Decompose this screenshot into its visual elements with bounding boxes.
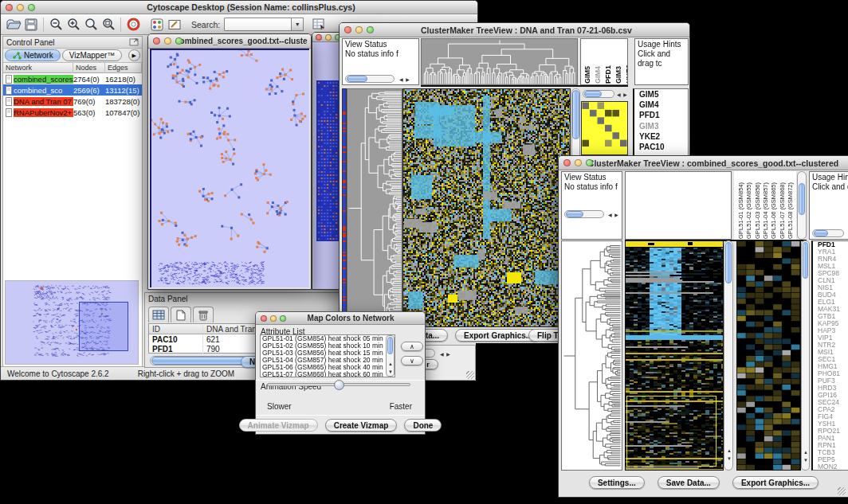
zoom-window-icon[interactable]	[586, 159, 593, 166]
tv1-gene-label[interactable]: YKE2	[637, 131, 688, 142]
attribute-browser-icon[interactable]	[310, 16, 328, 33]
tv1-row-dendrogram[interactable]	[347, 88, 402, 327]
attribute-item[interactable]: GPL51-07 (GSM868) heat shock 60 min	[261, 371, 395, 377]
tv2-column-label[interactable]: GPL51-06 (GSM865)	[770, 182, 777, 239]
tv1-column-label[interactable]: GIM4	[594, 66, 602, 84]
attribute-list-vscrollbar[interactable]: ▲ ▼	[386, 335, 395, 377]
delete-attribute-tab-icon[interactable]	[193, 307, 214, 322]
save-session-button[interactable]	[22, 16, 40, 33]
new-attribute-tab-icon[interactable]	[171, 307, 191, 322]
tv2-labels-vscroll-thumb[interactable]	[799, 183, 805, 215]
tv2-row-dendrogram[interactable]	[561, 240, 622, 471]
zoom-fit-button[interactable]	[100, 16, 117, 33]
tab-overflow-button[interactable]: ▶	[128, 49, 140, 61]
tv1-column-label[interactable]: YKE2	[625, 64, 628, 84]
overview-viewport-rect[interactable]	[79, 302, 128, 351]
open-session-button[interactable]	[5, 16, 22, 33]
scroll-arrows[interactable]: ◀ ▶	[617, 92, 628, 97]
tv1-column-label[interactable]: GIM3	[614, 66, 622, 84]
tv2-zoom-vscroll-thumb[interactable]	[803, 242, 808, 279]
tv2-status-hscroll-thumb[interactable]	[566, 211, 583, 217]
tv1-gene-label[interactable]: PAC10	[637, 142, 688, 152]
tv1-status-hscroll-thumb[interactable]	[347, 76, 367, 82]
tv2-column-label[interactable]: GPL51-01 (GSM854)	[737, 182, 744, 239]
vizmapper-shortcut-icon[interactable]	[148, 16, 166, 33]
close-icon[interactable]	[344, 26, 351, 33]
tv2-hints-hscrollbar[interactable]	[812, 229, 844, 237]
tv1-zoom-hscroll-thumb[interactable]	[584, 91, 602, 97]
tv2-zoom-vscrollbar[interactable]: ▲ ▼	[801, 240, 810, 471]
minimize-icon[interactable]	[17, 4, 24, 11]
zoom-window-icon[interactable]	[175, 37, 183, 45]
tv2-save-data-button[interactable]: Save Data...	[658, 476, 720, 489]
zoom-in-button[interactable]	[65, 16, 82, 33]
tv1-gene-label[interactable]: PFD1	[637, 110, 688, 120]
scroll-arrows[interactable]: ◀ ▶	[440, 351, 451, 357]
tv2-column-dendrogram[interactable]	[625, 171, 732, 240]
move-up-button[interactable]: ∧	[401, 342, 423, 351]
tab-network[interactable]: Network	[5, 49, 61, 61]
col-id[interactable]: ID	[149, 325, 203, 334]
minimize-icon[interactable]	[355, 26, 363, 33]
close-icon[interactable]	[6, 4, 13, 11]
treeview1-titlebar[interactable]: ClusterMaker TreeView : DNA and Tran 07-…	[340, 23, 689, 37]
minimize-icon[interactable]	[325, 34, 332, 41]
tv2-settings-button[interactable]: Settings...	[589, 476, 645, 489]
node-attribute-tab-icon[interactable]	[148, 307, 169, 322]
help-button[interactable]	[124, 16, 142, 33]
close-icon[interactable]	[261, 315, 267, 322]
tv2-export-graphics-button[interactable]: Export Graphics...	[732, 476, 819, 489]
col-network[interactable]: Network	[3, 63, 73, 73]
scroll-arrows[interactable]: ▲ ▼	[803, 450, 808, 463]
scroll-arrows[interactable]: ◀ ▶	[399, 76, 410, 82]
scroll-arrows[interactable]: ▲ ▼	[727, 448, 732, 462]
network-table-row[interactable]: RNAPuberNov2+ 563(0) 107847(0)	[3, 107, 142, 118]
attribute-list-vscroll-thumb[interactable]	[387, 337, 393, 354]
annotation-icon[interactable]	[166, 16, 183, 33]
tab-vizmapper[interactable]: VizMapper™	[62, 49, 123, 61]
treeview2-titlebar[interactable]: ClusterMaker TreeView : combined_scores_…	[559, 156, 848, 170]
close-icon[interactable]	[153, 37, 160, 45]
dialog-titlebar[interactable]: Map Colors to Network	[256, 312, 425, 325]
search-dropdown-button[interactable]: ▼	[291, 18, 304, 31]
tv1-gene-label[interactable]: GIM5	[637, 89, 688, 100]
close-icon[interactable]	[563, 159, 571, 166]
zoom-window-icon[interactable]	[367, 26, 374, 33]
network-table-row[interactable]: DNA and Tran 07 769(0) 183728(0)	[3, 96, 142, 107]
tv1-zoom-heatmap[interactable]	[581, 101, 628, 155]
scroll-arrows[interactable]: ◀ ▶	[608, 212, 619, 217]
done-button[interactable]: Done	[404, 419, 442, 432]
zoom-out-button[interactable]	[47, 16, 65, 33]
col-edges[interactable]: Edges	[105, 63, 142, 73]
zoom-selected-button[interactable]	[82, 16, 100, 33]
network-titlebar[interactable]: combined_scores_good.txt--cluste...	[148, 34, 311, 49]
tv1-gene-label[interactable]: GIM3	[637, 121, 688, 131]
close-icon[interactable]	[316, 34, 322, 41]
zoom-window-icon[interactable]	[28, 4, 35, 11]
tv2-labels-vscrollbar[interactable]	[797, 171, 807, 240]
scroll-arrows[interactable]: ▲ ▼	[388, 361, 393, 375]
tv1-column-dendrogram[interactable]	[421, 38, 578, 85]
tv2-status-hscrollbar[interactable]	[564, 210, 604, 218]
move-down-button[interactable]: ∨	[401, 356, 423, 365]
tv1-column-label[interactable]: PFD1	[604, 65, 612, 84]
tv2-zoom-heatmap[interactable]	[736, 240, 801, 471]
tv2-heatmap-vscrollbar[interactable]: ▲ ▼	[724, 240, 733, 471]
window-controls[interactable]	[6, 4, 35, 11]
create-vizmap-button[interactable]: Create Vizmap	[325, 419, 398, 432]
col-nodes[interactable]: Nodes	[73, 63, 105, 73]
tv2-gene-label[interactable]: MON2	[815, 463, 848, 471]
tv2-column-label[interactable]: GPL51-07 (GSM868)	[779, 182, 786, 239]
tv2-column-label[interactable]: GPL51-08 (GSM872)	[787, 182, 794, 239]
resize-grip[interactable]	[838, 487, 846, 495]
resize-grip[interactable]	[466, 371, 474, 379]
tv1-heatmap-vscroll-thumb[interactable]	[572, 90, 579, 139]
main-titlebar[interactable]: Cytoscape Desktop (Session Name: collins…	[1, 1, 477, 14]
animation-speed-slider[interactable]	[267, 383, 410, 386]
tv2-hints-hscroll-thumb[interactable]	[814, 230, 828, 236]
tv2-heatmap-vscroll-thumb[interactable]	[725, 242, 732, 283]
network-table-row[interactable]: combined_scores 2764(0) 16218(0)	[3, 73, 142, 84]
search-combobox[interactable]: ▼	[224, 18, 304, 31]
tv2-column-label[interactable]: GPL51-03 (GSM856)	[754, 182, 761, 239]
attribute-listbox[interactable]: GPL51-01 (GSM854) heat shock 05 minGPL51…	[260, 334, 395, 377]
